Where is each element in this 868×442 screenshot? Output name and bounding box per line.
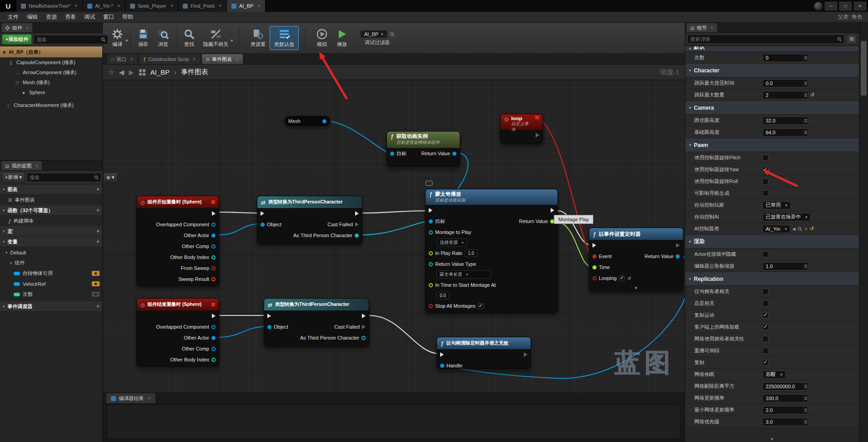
tab-close-button[interactable] [75,3,78,9]
spinner-arrows[interactable] [803,406,808,414]
overlapped-component-pin[interactable] [211,325,216,329]
compile-button[interactable]: 编译 [107,26,127,50]
component-sphere[interactable]: Sphere [0,87,102,97]
my-blueprint-search-input[interactable] [30,175,94,180]
exec-out-pin[interactable] [551,208,554,213]
components-group[interactable]: 组件 [0,258,102,268]
stop-all-montages-checkbox[interactable] [478,303,484,309]
delegate-pin[interactable] [211,200,215,204]
variable-item[interactable]: 次数 [0,289,102,300]
tab-components[interactable]: 组件 [1,23,32,32]
number-input[interactable]: 0 [763,54,808,62]
scrollbar-thumb[interactable] [861,41,867,96]
add-dispatcher-button[interactable] [96,303,100,310]
component-mesh[interactable]: Mesh (继承) [0,77,102,87]
details-search[interactable] [687,35,844,44]
components-search-input[interactable] [36,37,101,42]
restore-button[interactable] [839,2,852,10]
menu-debug[interactable]: 调试 [80,12,99,22]
tab-event-graph[interactable]: 事件图表 [202,54,243,64]
exec-in-pin[interactable] [267,314,271,318]
exec-out-pin[interactable] [536,133,539,137]
checkbox[interactable] [763,178,768,184]
looping-checkbox[interactable] [619,275,625,281]
tab-compiler-results[interactable]: 编译器结果 [106,393,156,403]
ai-controller-class-dropdown[interactable]: AI_Yin [763,225,790,233]
tab-close-button[interactable] [117,3,120,9]
add-new-button[interactable]: +新增 [2,172,25,183]
breadcrumb-asset[interactable]: AI_BP [151,68,170,76]
breadcrumb-page[interactable]: 事件图表 [181,68,208,76]
forward-arrow-icon[interactable] [129,68,134,76]
number-input[interactable]: 0.0 [763,79,808,87]
exec-out-pin[interactable] [355,211,359,216]
components-search[interactable] [34,35,108,44]
checkbox[interactable] [763,336,768,342]
exec-out-pin[interactable] [524,352,527,357]
from-sweep-pin[interactable] [211,266,216,270]
back-arrow-icon[interactable] [119,68,124,76]
component-arrow[interactable]: ArrowComponent (继承) [0,67,102,77]
return-value-pin[interactable] [452,152,457,156]
spinner-arrows[interactable] [803,129,808,136]
stop-all-montages-pin[interactable] [429,304,433,308]
tab-close-button[interactable] [257,3,261,9]
tab-my-blueprint[interactable]: 我的蓝图 [1,161,42,170]
spinner-arrows[interactable] [803,117,808,124]
in-play-rate-input[interactable]: 1.0 [465,249,477,257]
debug-object-dropdown[interactable]: AI_BP [360,30,387,38]
component-charactermovement[interactable]: CharacterMovement (继承) [0,100,102,110]
number-input[interactable]: 2.0 [763,406,808,414]
other-actor-pin[interactable] [211,336,216,340]
eye-badge-icon[interactable] [92,292,100,297]
tab-close-button[interactable] [26,25,29,30]
checkbox[interactable] [763,289,768,295]
node-set-timer-by-event[interactable]: 以事件设置定时器 Event Return Value Time Looping [589,228,683,291]
details-section-header[interactable]: 默认 [685,46,859,52]
browse-to-icon[interactable] [798,227,802,231]
node-begin-overlap[interactable]: 组件开始重叠时 (Sphere) Overlapped Component Ot… [136,196,219,286]
tab-close-button[interactable] [170,3,173,9]
minimize-button[interactable] [825,2,837,10]
looping-pin[interactable] [592,276,597,280]
delegate-pin[interactable] [535,116,539,119]
number-input[interactable]: 64.0 [763,128,808,137]
exec-out-pin[interactable] [362,314,366,318]
in-time-input[interactable]: 0.0 [437,292,449,300]
number-input[interactable]: 2 [763,91,808,99]
exec-out-pin[interactable] [676,243,680,248]
node-end-overlap[interactable]: 组件结束重叠时 (Sphere) Overlapped Component Ot… [136,298,219,366]
number-input[interactable]: 1.0 [763,262,808,270]
number-input[interactable]: 3.0 [763,418,808,426]
other-body-index-pin[interactable] [211,358,216,362]
menu-window[interactable]: 窗口 [99,12,118,22]
menu-asset[interactable]: 资源 [42,12,61,22]
as-character-pin[interactable] [361,336,366,340]
asset-select-dropdown[interactable]: 选择资源 [437,239,467,247]
mesh-output-pin[interactable] [322,119,326,123]
menu-edit[interactable]: 编辑 [23,12,42,22]
target-pin[interactable] [429,219,433,224]
dispatchers-section-header[interactable]: 事件调度器 [0,301,102,312]
tab-details[interactable]: 细节 [687,23,717,32]
tab-close-button[interactable] [219,3,222,9]
graphs-section-header[interactable]: 图表 [0,184,102,195]
object-pin[interactable] [261,223,265,227]
hide-unrelated-button[interactable]: 隐藏不相关 [199,26,232,50]
spinner-arrows[interactable] [803,418,808,426]
return-value-type-dropdown[interactable]: 蒙太奇长度 [437,270,491,279]
cast-failed-pin[interactable] [362,325,366,329]
functions-section-header[interactable]: 函数（32个可覆盖） [0,205,102,216]
advanced-expand-icon[interactable] [589,286,683,290]
event-graph-item[interactable]: 事件图表 [0,195,102,205]
default-group[interactable]: Default [0,247,102,258]
spinner-arrows[interactable] [803,91,808,99]
overlapped-component-pin[interactable] [211,223,216,227]
details-section-header[interactable]: Pawn [685,138,859,152]
details-section-header[interactable]: 渲染 [685,235,859,249]
target-pin[interactable] [390,152,394,156]
browse-button[interactable]: 浏览 [153,26,173,50]
spinner-arrows[interactable] [803,395,808,402]
macros-section-header[interactable]: 宏 [0,226,102,237]
event-pin[interactable] [592,254,597,259]
